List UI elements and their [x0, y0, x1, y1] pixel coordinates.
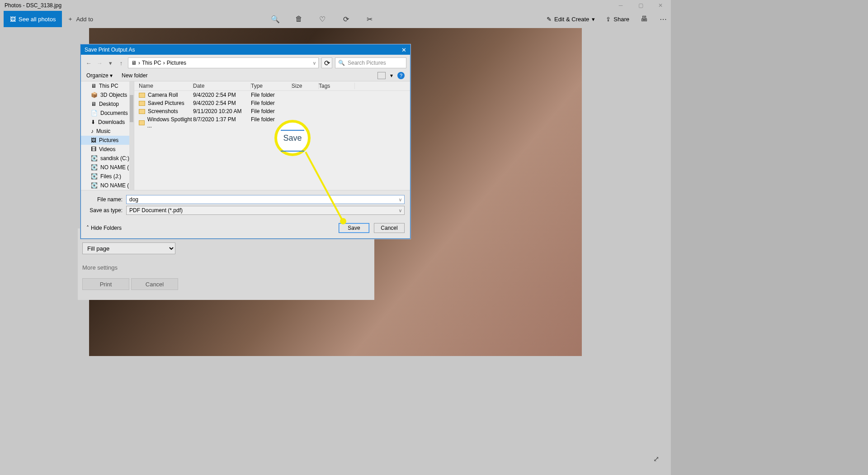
save-type-label: Save as type:	[86, 207, 123, 214]
more-icon[interactable]: ⋯	[659, 15, 667, 23]
nav-forward-icon[interactable]: →	[95, 60, 104, 66]
more-settings-link[interactable]: More settings	[82, 264, 370, 271]
share-button[interactable]: ⇪ Share	[606, 16, 629, 23]
save-as-dialog: Save Print Output As ✕ ← → ▾ ↑ 🖥 › This …	[80, 44, 410, 239]
file-name-label: File name:	[86, 196, 123, 203]
chevron-down-icon: ▾	[592, 16, 595, 23]
chevron-down-icon[interactable]: v	[399, 208, 401, 213]
file-row[interactable]: Camera Roll9/4/2020 2:54 PMFile folder	[134, 91, 410, 99]
chevron-down-icon[interactable]: ▾	[390, 72, 393, 79]
column-headers[interactable]: NameDateTypeSizeTags	[134, 81, 410, 91]
tree-item-selected: 🖼Pictures	[81, 136, 134, 145]
tree-item: 🎞Videos	[81, 145, 134, 154]
callout-endpoint	[340, 218, 346, 224]
folder-icon	[139, 101, 145, 106]
app-titlebar: Photos - DSC_3138.jpg ─ ▢ ✕	[0, 0, 671, 11]
tree-item: 🖥Desktop	[81, 100, 134, 109]
share-icon: ⇪	[606, 16, 611, 23]
path-root[interactable]: This PC	[142, 60, 161, 66]
help-icon[interactable]: ?	[397, 72, 405, 79]
hide-folders-toggle[interactable]: ˄ Hide Folders	[86, 225, 122, 231]
file-name-input[interactable]: dogv	[126, 195, 405, 204]
see-all-photos-button[interactable]: 🖼 See all photos	[4, 11, 62, 27]
crop-icon[interactable]: ✂	[365, 15, 373, 23]
refresh-button[interactable]: ⟳	[321, 57, 332, 68]
plus-icon: ＋	[67, 15, 73, 23]
see-all-label: See all photos	[19, 16, 56, 23]
tree-item: 📦3D Objects	[81, 90, 134, 100]
folder-icon	[139, 120, 145, 125]
tree-item: ♪Music	[81, 127, 134, 136]
address-bar[interactable]: 🖥 › This PC › Pictures v	[128, 57, 319, 68]
print-cancel-button[interactable]: Cancel	[131, 278, 178, 290]
print-button[interactable]: Print	[82, 278, 129, 290]
minimize-icon[interactable]: ─	[615, 1, 627, 10]
dialog-title: Save Print Output As	[85, 47, 135, 53]
search-input[interactable]: 🔍 Search Pictures	[335, 57, 406, 68]
new-folder-button[interactable]: New folder	[122, 72, 147, 79]
print-settings-panel: Fit Fill page More settings Print Cancel	[78, 228, 374, 300]
nav-up-icon[interactable]: ↑	[117, 60, 125, 66]
tree-item: 📄Documents	[81, 109, 134, 118]
pc-icon: 🖥	[131, 60, 137, 66]
view-options-icon[interactable]	[377, 72, 386, 79]
chevron-down-icon[interactable]: v	[399, 197, 401, 202]
dialog-close-icon[interactable]: ✕	[401, 47, 406, 53]
delete-icon[interactable]: 🗑	[295, 15, 303, 23]
file-row[interactable]: Windows Spotlight ...8/7/2020 1:37 PMFil…	[134, 115, 410, 130]
favorite-icon[interactable]: ♡	[318, 15, 326, 23]
tree-item: 💽Files (J:)	[81, 172, 134, 181]
zoom-icon[interactable]: 🔍	[271, 15, 279, 23]
add-to-button[interactable]: ＋ Add to	[62, 15, 99, 23]
tree-item: 💽NO NAME (I:)	[81, 181, 134, 190]
chevron-up-icon: ˄	[86, 225, 89, 231]
dialog-titlebar: Save Print Output As ✕	[81, 45, 410, 55]
file-list[interactable]: NameDateTypeSizeTags Camera Roll9/4/2020…	[134, 81, 410, 190]
edit-create-label: Edit & Create	[554, 16, 589, 23]
fit-select[interactable]: Fill page	[82, 242, 175, 254]
image-icon: 🖼	[10, 16, 16, 23]
tree-item: 💽NO NAME (I:)	[81, 163, 134, 172]
folder-icon	[139, 93, 145, 98]
cancel-button[interactable]: Cancel	[374, 223, 405, 233]
add-to-label: Add to	[76, 16, 93, 23]
app-title: Photos - DSC_3138.jpg	[5, 2, 61, 9]
folder-tree[interactable]: 🖥This PC 📦3D Objects 🖥Desktop 📄Documents…	[81, 81, 134, 190]
tree-scrollbar[interactable]	[129, 81, 134, 190]
file-row[interactable]: Saved Pictures9/4/2020 2:54 PMFile folde…	[134, 99, 410, 107]
app-toolbar: 🖼 See all photos ＋ Add to 🔍 🗑 ♡ ⟳ ✂ ✎ Ed…	[0, 11, 671, 27]
rotate-icon[interactable]: ⟳	[342, 15, 350, 23]
folder-icon	[139, 109, 145, 114]
print-icon[interactable]: 🖶	[640, 15, 648, 23]
organize-menu[interactable]: Organize ▾	[86, 72, 113, 79]
fullscreen-icon[interactable]: ⤢	[653, 455, 659, 463]
chevron-down-icon[interactable]: v	[313, 61, 316, 66]
edit-icon: ✎	[547, 16, 552, 23]
tree-item: 🖥This PC	[81, 81, 134, 90]
nav-back-icon[interactable]: ←	[85, 60, 93, 66]
tree-item: ⬇Downloads	[81, 118, 134, 127]
edit-create-button[interactable]: ✎ Edit & Create ▾	[547, 16, 595, 23]
share-label: Share	[613, 16, 629, 23]
nav-recent-icon[interactable]: ▾	[106, 60, 114, 66]
chevron-right-icon: ›	[138, 60, 140, 66]
tree-item: 💽sandisk (C:)	[81, 154, 134, 163]
close-icon[interactable]: ✕	[655, 1, 666, 10]
chevron-right-icon: ›	[163, 60, 165, 66]
highlight-callout: Save	[274, 120, 311, 156]
svg-line-0	[306, 152, 343, 221]
maximize-icon[interactable]: ▢	[635, 1, 646, 10]
search-icon: 🔍	[338, 60, 345, 66]
path-leaf[interactable]: Pictures	[167, 60, 186, 66]
save-type-select[interactable]: PDF Document (*.pdf)v	[126, 206, 405, 215]
file-row[interactable]: Screenshots9/11/2020 10:20 AMFile folder	[134, 107, 410, 115]
search-placeholder: Search Pictures	[348, 60, 386, 66]
callout-line	[306, 152, 355, 226]
